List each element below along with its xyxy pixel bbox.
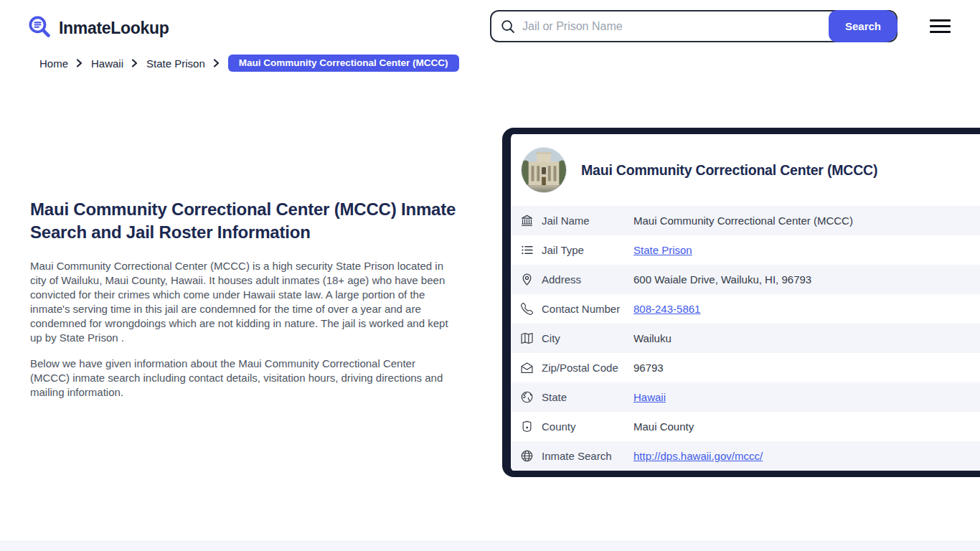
info-row: Jail Type State Prison — [511, 235, 980, 265]
row-value: Maui Community Correctional Center (MCCC… — [633, 215, 853, 227]
brand-name: InmateLookup — [59, 19, 169, 38]
search-icon — [501, 19, 515, 34]
info-row: Address 600 Waiale Drive, Wailuku, HI, 9… — [511, 265, 980, 294]
row-label: Contact Number — [542, 303, 633, 315]
brand-magnifier-icon — [27, 14, 52, 42]
intro-paragraph: Maui Community Correctional Center (MCCC… — [30, 259, 456, 345]
row-value: http://dps.hawaii.gov/mccc/ — [633, 450, 763, 462]
info-row: State Hawaii — [511, 382, 980, 412]
row-value: State Prison — [633, 244, 692, 256]
row-value: 600 Waiale Drive, Wailuku, HI, 96793 — [633, 273, 811, 286]
row-value-link[interactable]: 808-243-5861 — [633, 303, 700, 315]
breadcrumb-home[interactable]: Home — [39, 57, 68, 70]
phone-icon — [521, 303, 533, 315]
breadcrumb: Home Hawaii State Prison Maui Community … — [39, 55, 459, 72]
info-row: County Maui County — [511, 412, 980, 441]
breadcrumb-hawaii[interactable]: Hawaii — [91, 57, 123, 70]
row-value: Hawaii — [633, 391, 666, 403]
info-row: Zip/Postal Code 96793 — [511, 353, 980, 382]
web-icon — [521, 450, 533, 462]
row-value: 808-243-5861 — [633, 303, 700, 315]
chevron-right-icon — [213, 59, 220, 67]
list-icon — [521, 244, 533, 256]
row-label: City — [542, 332, 633, 344]
row-label: Jail Type — [542, 244, 633, 256]
chevron-right-icon — [76, 59, 83, 67]
jail-card-header: Maui Community Correctional Center (MCCC… — [511, 134, 980, 206]
row-label: Inmate Search — [542, 450, 633, 462]
row-label: County — [542, 420, 633, 433]
info-row: Jail Name Maui Community Correctional Ce… — [511, 206, 980, 235]
footer-strip — [0, 541, 980, 551]
info-row: Inmate Search http://dps.hawaii.gov/mccc… — [511, 441, 980, 471]
info-row: City Wailuku — [511, 324, 980, 353]
row-label: Zip/Postal Code — [542, 362, 633, 374]
search-bar: Search — [490, 10, 897, 42]
menu-hamburger-icon[interactable] — [930, 19, 951, 33]
row-value: 96793 — [633, 362, 664, 374]
county-map-icon — [521, 420, 533, 433]
breadcrumb-state-prison[interactable]: State Prison — [146, 57, 205, 70]
jail-info-list: Jail Name Maui Community Correctional Ce… — [511, 206, 980, 471]
intro-paragraph-2: Below we have given information about th… — [30, 357, 456, 400]
globe-icon — [521, 391, 533, 403]
row-label: Address — [542, 273, 633, 286]
envelope-icon — [521, 362, 533, 374]
chevron-right-icon — [131, 59, 138, 67]
bank-icon — [521, 215, 533, 227]
brand-logo[interactable]: InmateLookup — [27, 14, 169, 42]
search-button[interactable]: Search — [829, 10, 897, 42]
map-icon — [521, 332, 533, 344]
jail-card-title: Maui Community Correctional Center (MCCC… — [581, 162, 877, 179]
page-title: Maui Community Correctional Center (MCCC… — [30, 198, 456, 244]
row-label: State — [542, 391, 633, 403]
row-label: Jail Name — [542, 215, 633, 227]
jail-info-card: Maui Community Correctional Center (MCCC… — [502, 128, 980, 477]
breadcrumb-current-badge: Maui Community Correctional Center (MCCC… — [228, 55, 459, 72]
row-value-link[interactable]: Hawaii — [633, 391, 666, 403]
jail-photo — [521, 147, 567, 193]
article-intro: Maui Community Correctional Center (MCCC… — [30, 198, 456, 400]
row-value: Wailuku — [633, 332, 672, 344]
row-value-link[interactable]: State Prison — [633, 244, 692, 256]
info-row: Contact Number 808-243-5861 — [511, 294, 980, 324]
location-pin-icon — [521, 273, 533, 286]
row-value-link[interactable]: http://dps.hawaii.gov/mccc/ — [633, 450, 763, 462]
row-value: Maui County — [633, 420, 694, 433]
